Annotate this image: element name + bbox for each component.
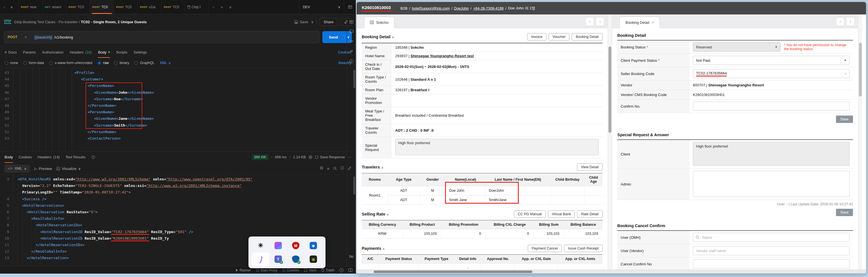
clear-icon[interactable]: × [844, 71, 846, 76]
mode-form-data[interactable]: form-data [23, 61, 44, 65]
method-selector[interactable]: POST∨ [4, 35, 30, 39]
voucher-button[interactable]: Voucher [549, 33, 570, 40]
network-icon[interactable] [309, 155, 312, 159]
response-format-selector[interactable]: </>XML∨ [4, 165, 30, 173]
comment-icon[interactable] [349, 30, 353, 33]
wrap-text-icon[interactable] [320, 166, 323, 170]
ai-assistant-icon[interactable]: ⁑AI [349, 255, 354, 258]
tab-booking-detail[interactable]: Booking Detail× [620, 17, 660, 28]
user-omh-input[interactable] [693, 233, 849, 242]
response-size[interactable]: 1.14 KB [293, 155, 306, 159]
copy-icon[interactable] [341, 166, 344, 170]
changelog-icon[interactable] [349, 21, 353, 24]
section-title-payments[interactable]: Payments∧ [362, 246, 385, 251]
save-button[interactable]: Save [294, 20, 308, 24]
tray-icon-nvidia[interactable]: ◉ [305, 252, 322, 266]
request-tab[interactable]: POSTv1/a [138, 0, 161, 14]
next-button[interactable]: › [846, 17, 855, 26]
share-button[interactable]: Share [319, 18, 337, 26]
response-tab-body[interactable]: Body [4, 152, 13, 163]
scrollbar-thumb[interactable] [859, 43, 862, 97]
tab-scripts[interactable]: Scripts [116, 47, 127, 58]
special-request-textarea[interactable]: High floor preferred [395, 139, 598, 155]
scroll-tabs-right-button[interactable]: › [209, 0, 218, 14]
virtual-bank-button[interactable]: Virtual Bank [548, 210, 575, 218]
client-request-textarea[interactable]: High floor preferred [693, 142, 849, 166]
seller-booking-code-input[interactable]: TC02-1767835664× [693, 69, 849, 78]
preview-button[interactable]: ▷Preview [34, 166, 52, 171]
view-detail-button[interactable]: View Detail [577, 163, 602, 171]
request-body-editor[interactable]: 43<Profile>44<Customer>45<PersonName>46<… [0, 68, 356, 151]
section-title-travelers[interactable]: Travelers∧ [362, 165, 383, 170]
cancel-confirm-no-input[interactable] [693, 259, 849, 269]
split-view-button[interactable] [348, 269, 352, 272]
admin-answer-textarea[interactable] [693, 171, 849, 197]
request-tab[interactable]: GETreserv [42, 0, 66, 14]
vault-button[interactable]: Vault [304, 268, 316, 272]
booking-detail-button[interactable]: Booking Detail [572, 33, 602, 40]
tray-icon-burst[interactable]: ✳ [252, 239, 270, 252]
mode-binary[interactable]: binary [114, 61, 129, 65]
cc-pg-manual-button[interactable]: CC PG Manual [514, 210, 546, 218]
info-icon[interactable]: i [349, 59, 353, 63]
middle-pane-scrollbar[interactable] [608, 14, 612, 270]
mode-graphql[interactable]: GraphQL [134, 61, 154, 65]
section-title-booking-detail[interactable]: Booking Detail∧ [362, 35, 394, 39]
close-icon[interactable]: × [652, 21, 654, 25]
tray-icon-defender-check[interactable]: ✓ [287, 252, 305, 266]
prev-button[interactable]: ‹ [836, 17, 844, 26]
response-time[interactable]: 656 ms [275, 155, 287, 159]
tray-icon-teams-check[interactable]: T✓ [270, 252, 287, 266]
history-icon[interactable] [91, 155, 95, 159]
response-tab-tests[interactable]: Test Results [65, 152, 86, 162]
breadcrumb[interactable]: Ctrip Booking Test Cases - Fix traveller… [14, 20, 147, 24]
right-pane-scrollbar[interactable] [858, 14, 862, 270]
phone-link[interactable]: +84-28-7308-4199 [473, 6, 503, 10]
prev-button[interactable]: ‹ [586, 17, 594, 26]
support-email-link[interactable]: hotelSupport@trip.com [412, 6, 450, 10]
confirm-no-input[interactable] [693, 102, 849, 111]
swap-icon[interactable]: ⇄ [350, 49, 353, 53]
next-button[interactable]: › [596, 17, 604, 26]
tab-sokcho[interactable]: Sokcho [364, 17, 394, 28]
booking-status-select[interactable]: Reserved▼ [693, 42, 780, 52]
request-tab[interactable]: POSTTC0 [66, 0, 90, 14]
filter-lines-icon[interactable]: ≡ [327, 166, 329, 171]
tray-icon-blue-app[interactable]: ◆ [305, 239, 322, 252]
tab-headers[interactable]: Headers (10) [70, 47, 92, 58]
tray-icon-colorful-app[interactable] [270, 239, 287, 252]
tab-authorization[interactable]: Authorization [42, 47, 63, 58]
tray-icon-feather[interactable]: ❳ [252, 252, 270, 266]
request-tab[interactable]: POSTTC0 [161, 0, 185, 14]
request-tab-active[interactable]: POSTTC0 [90, 0, 114, 14]
user-vendor-input[interactable] [693, 246, 849, 255]
url-input[interactable]: {{baseUrl}}/v1/booking [30, 35, 76, 40]
code-icon[interactable]: </> [350, 40, 353, 43]
save-button[interactable]: Save [836, 209, 853, 216]
hotel-name-link[interactable]: Shinsegae Youngrangho Resort test [410, 54, 474, 58]
request-tab[interactable]: POSTrese [19, 0, 42, 14]
collection-tab[interactable]: Ctrip I [185, 0, 209, 14]
payment-cancel-button[interactable]: Payment Cancel [528, 245, 562, 252]
customer-link[interactable]: DoeJohn [454, 6, 469, 10]
mode-urlencoded[interactable]: x-www-form-urlencoded [49, 61, 92, 65]
status-badge[interactable]: 200 OK [252, 154, 269, 160]
request-tab-partial[interactable]: e [8, 0, 19, 14]
visualize-button[interactable]: Visualize∨ [56, 166, 81, 171]
tab-settings[interactable]: Settings [134, 47, 147, 58]
response-tab-headers[interactable]: Headers (14) [38, 152, 60, 162]
search-icon[interactable] [333, 166, 337, 170]
cookies-button[interactable]: Cookies [282, 268, 299, 272]
body-language-selector[interactable]: XML∨ [160, 61, 171, 65]
new-tab-button[interactable]: + [218, 0, 226, 14]
request-tab[interactable]: POSTTC0 [114, 0, 138, 14]
runner-button[interactable]: Runner [236, 268, 251, 272]
tab-docs[interactable]: ≡ Docs [4, 47, 17, 58]
scroll-tabs-left-button[interactable]: ‹ [0, 0, 8, 14]
horizontal-scrollbar[interactable] [356, 270, 866, 273]
mode-none[interactable]: none [4, 61, 18, 65]
client-payment-status-select[interactable]: Not Paid▼ [693, 56, 849, 65]
tab-options-button[interactable]: ∨ [226, 0, 235, 14]
trash-button[interactable]: Trash [321, 268, 334, 272]
start-proxy-button[interactable]: Start Proxy [256, 268, 277, 272]
